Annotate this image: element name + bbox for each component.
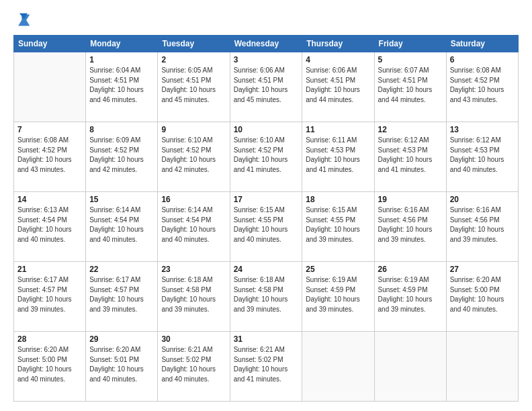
day-number: 9 <box>161 125 226 134</box>
day-number: 24 <box>234 265 299 274</box>
day-cell: 15 Sunrise: 6:14 AM Sunset: 4:54 PM Dayl… <box>86 192 158 262</box>
day-cell: 30 Sunrise: 6:21 AM Sunset: 5:02 PM Dayl… <box>158 332 230 402</box>
day-number: 22 <box>89 265 154 274</box>
day-info: Sunrise: 6:18 AM Sunset: 4:58 PM Dayligh… <box>234 275 299 314</box>
day-cell: 24 Sunrise: 6:18 AM Sunset: 4:58 PM Dayl… <box>230 262 302 332</box>
day-cell: 10 Sunrise: 6:10 AM Sunset: 4:52 PM Dayl… <box>230 122 302 192</box>
day-cell: 14 Sunrise: 6:13 AM Sunset: 4:54 PM Dayl… <box>14 192 86 262</box>
day-cell <box>446 332 518 402</box>
weekday-header-monday: Monday <box>86 36 158 52</box>
day-cell: 6 Sunrise: 6:08 AM Sunset: 4:52 PM Dayli… <box>446 52 518 122</box>
day-number: 7 <box>17 125 82 134</box>
day-number: 16 <box>161 195 226 204</box>
day-info: Sunrise: 6:12 AM Sunset: 4:53 PM Dayligh… <box>450 136 515 175</box>
day-cell: 18 Sunrise: 6:15 AM Sunset: 4:55 PM Dayl… <box>302 192 374 262</box>
day-cell: 20 Sunrise: 6:16 AM Sunset: 4:56 PM Dayl… <box>446 192 518 262</box>
day-info: Sunrise: 6:10 AM Sunset: 4:52 PM Dayligh… <box>234 136 299 175</box>
day-cell: 26 Sunrise: 6:19 AM Sunset: 4:59 PM Dayl… <box>374 262 446 332</box>
day-cell <box>374 332 446 402</box>
header <box>13 12 519 28</box>
day-info: Sunrise: 6:16 AM Sunset: 4:56 PM Dayligh… <box>378 205 443 244</box>
day-info: Sunrise: 6:18 AM Sunset: 4:58 PM Dayligh… <box>161 275 226 314</box>
day-number: 28 <box>17 334 82 344</box>
day-number: 19 <box>378 195 443 204</box>
day-number: 25 <box>306 265 370 274</box>
weekday-header-thursday: Thursday <box>302 36 374 52</box>
day-number: 17 <box>234 195 299 204</box>
day-info: Sunrise: 6:16 AM Sunset: 4:56 PM Dayligh… <box>450 205 515 244</box>
day-number: 11 <box>306 125 370 134</box>
day-cell: 9 Sunrise: 6:10 AM Sunset: 4:52 PM Dayli… <box>158 122 230 192</box>
logo-icon <box>13 12 32 28</box>
day-cell: 27 Sunrise: 6:20 AM Sunset: 5:00 PM Dayl… <box>446 262 518 332</box>
day-number: 15 <box>89 195 154 204</box>
week-row-1: 1 Sunrise: 6:04 AM Sunset: 4:51 PM Dayli… <box>14 52 519 122</box>
day-cell: 3 Sunrise: 6:06 AM Sunset: 4:51 PM Dayli… <box>230 52 302 122</box>
page: SundayMondayTuesdayWednesdayThursdayFrid… <box>0 0 532 411</box>
day-cell: 1 Sunrise: 6:04 AM Sunset: 4:51 PM Dayli… <box>86 52 158 122</box>
day-number: 1 <box>89 55 154 64</box>
day-info: Sunrise: 6:20 AM Sunset: 5:00 PM Dayligh… <box>17 345 82 384</box>
day-number: 14 <box>17 195 82 204</box>
day-number: 27 <box>450 265 515 274</box>
week-row-4: 21 Sunrise: 6:17 AM Sunset: 4:57 PM Dayl… <box>14 262 519 332</box>
week-row-5: 28 Sunrise: 6:20 AM Sunset: 5:00 PM Dayl… <box>14 332 519 402</box>
day-number: 2 <box>161 55 226 64</box>
day-info: Sunrise: 6:19 AM Sunset: 4:59 PM Dayligh… <box>378 275 443 314</box>
day-cell: 2 Sunrise: 6:05 AM Sunset: 4:51 PM Dayli… <box>158 52 230 122</box>
weekday-header-tuesday: Tuesday <box>158 36 230 52</box>
day-info: Sunrise: 6:08 AM Sunset: 4:52 PM Dayligh… <box>450 66 515 105</box>
day-number: 6 <box>450 55 515 64</box>
day-cell: 12 Sunrise: 6:12 AM Sunset: 4:53 PM Dayl… <box>374 122 446 192</box>
day-info: Sunrise: 6:08 AM Sunset: 4:52 PM Dayligh… <box>17 136 82 175</box>
weekday-header-row: SundayMondayTuesdayWednesdayThursdayFrid… <box>14 36 519 52</box>
weekday-header-wednesday: Wednesday <box>230 36 302 52</box>
day-number: 21 <box>17 265 82 274</box>
day-info: Sunrise: 6:21 AM Sunset: 5:02 PM Dayligh… <box>234 345 299 384</box>
day-number: 23 <box>161 265 226 274</box>
day-info: Sunrise: 6:21 AM Sunset: 5:02 PM Dayligh… <box>161 345 226 384</box>
calendar-table: SundayMondayTuesdayWednesdayThursdayFrid… <box>13 35 519 402</box>
day-info: Sunrise: 6:11 AM Sunset: 4:53 PM Dayligh… <box>306 136 370 175</box>
day-cell: 4 Sunrise: 6:06 AM Sunset: 4:51 PM Dayli… <box>302 52 374 122</box>
weekday-header-saturday: Saturday <box>446 36 518 52</box>
day-cell: 7 Sunrise: 6:08 AM Sunset: 4:52 PM Dayli… <box>14 122 86 192</box>
day-info: Sunrise: 6:17 AM Sunset: 4:57 PM Dayligh… <box>17 275 82 314</box>
day-cell: 8 Sunrise: 6:09 AM Sunset: 4:52 PM Dayli… <box>86 122 158 192</box>
logo <box>13 12 35 28</box>
day-info: Sunrise: 6:19 AM Sunset: 4:59 PM Dayligh… <box>306 275 370 314</box>
day-cell: 17 Sunrise: 6:15 AM Sunset: 4:55 PM Dayl… <box>230 192 302 262</box>
day-info: Sunrise: 6:14 AM Sunset: 4:54 PM Dayligh… <box>161 205 226 244</box>
day-number: 18 <box>306 195 370 204</box>
day-cell: 11 Sunrise: 6:11 AM Sunset: 4:53 PM Dayl… <box>302 122 374 192</box>
day-info: Sunrise: 6:15 AM Sunset: 4:55 PM Dayligh… <box>306 205 370 244</box>
day-cell: 5 Sunrise: 6:07 AM Sunset: 4:51 PM Dayli… <box>374 52 446 122</box>
day-cell: 25 Sunrise: 6:19 AM Sunset: 4:59 PM Dayl… <box>302 262 374 332</box>
day-info: Sunrise: 6:13 AM Sunset: 4:54 PM Dayligh… <box>17 205 82 244</box>
day-number: 30 <box>161 334 226 344</box>
day-cell: 31 Sunrise: 6:21 AM Sunset: 5:02 PM Dayl… <box>230 332 302 402</box>
day-cell: 13 Sunrise: 6:12 AM Sunset: 4:53 PM Dayl… <box>446 122 518 192</box>
day-number: 29 <box>89 334 154 344</box>
day-info: Sunrise: 6:15 AM Sunset: 4:55 PM Dayligh… <box>234 205 299 244</box>
day-info: Sunrise: 6:14 AM Sunset: 4:54 PM Dayligh… <box>89 205 154 244</box>
day-number: 10 <box>234 125 299 134</box>
day-cell: 16 Sunrise: 6:14 AM Sunset: 4:54 PM Dayl… <box>158 192 230 262</box>
weekday-header-friday: Friday <box>374 36 446 52</box>
day-info: Sunrise: 6:06 AM Sunset: 4:51 PM Dayligh… <box>306 66 370 105</box>
day-number: 26 <box>378 265 443 274</box>
day-cell: 23 Sunrise: 6:18 AM Sunset: 4:58 PM Dayl… <box>158 262 230 332</box>
day-number: 8 <box>89 125 154 134</box>
day-number: 4 <box>306 55 370 64</box>
day-info: Sunrise: 6:05 AM Sunset: 4:51 PM Dayligh… <box>161 66 226 105</box>
day-info: Sunrise: 6:12 AM Sunset: 4:53 PM Dayligh… <box>378 136 443 175</box>
day-info: Sunrise: 6:17 AM Sunset: 4:57 PM Dayligh… <box>89 275 154 314</box>
day-cell <box>302 332 374 402</box>
day-cell <box>14 52 86 122</box>
day-number: 20 <box>450 195 515 204</box>
day-cell: 22 Sunrise: 6:17 AM Sunset: 4:57 PM Dayl… <box>86 262 158 332</box>
day-number: 13 <box>450 125 515 134</box>
day-cell: 21 Sunrise: 6:17 AM Sunset: 4:57 PM Dayl… <box>14 262 86 332</box>
day-info: Sunrise: 6:04 AM Sunset: 4:51 PM Dayligh… <box>89 66 154 105</box>
week-row-3: 14 Sunrise: 6:13 AM Sunset: 4:54 PM Dayl… <box>14 192 519 262</box>
